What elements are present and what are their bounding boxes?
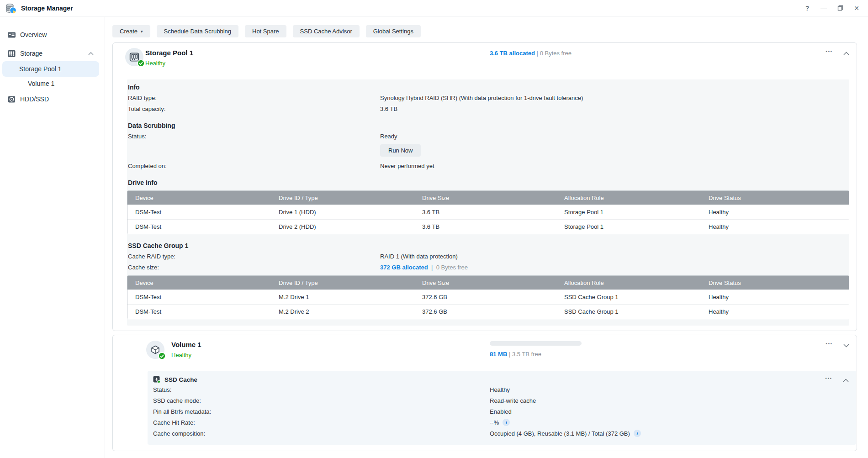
volume-free: 3.5 TB free — [512, 351, 541, 358]
help-icon[interactable]: ? — [802, 3, 812, 13]
volume-usage-summary: 81 MB | 3.5 TB free — [490, 351, 541, 358]
schedule-data-scrubbing-button[interactable]: Schedule Data Scrubbing — [157, 25, 238, 37]
main-content: Create ▾ Schedule Data Scrubbing Hot Spa… — [106, 17, 868, 458]
cache-size-row: Cache size: 372 GB allocated | 0 Bytes f… — [127, 262, 849, 273]
info-heading: Info — [127, 82, 849, 92]
chevron-up-icon[interactable] — [88, 52, 94, 55]
table-header-row: Device Drive ID / Type Drive Size Alloca… — [127, 191, 849, 205]
sidebar-item-label: Volume 1 — [28, 80, 54, 87]
window-titlebar: Storage Manager ? — ✕ — [0, 0, 868, 16]
volume-panel: Volume 1 Healthy 81 MB | 3.5 TB free ••• — [112, 335, 857, 451]
drive-status: Healthy — [709, 205, 849, 219]
sidebar-item-label: HDD/SSD — [20, 95, 49, 103]
scrubbing-status-row: Status: Ready — [127, 131, 849, 142]
sidebar-item-storage-pool-1[interactable]: Storage Pool 1 — [2, 61, 99, 77]
collapse-chevron-icon[interactable] — [843, 50, 849, 57]
overview-icon — [7, 31, 16, 39]
storage-pool-details: Info RAID type: Synology Hybrid RAID (SH… — [127, 79, 849, 326]
ssd-cache-advisor-button[interactable]: SSD Cache Advisor — [293, 25, 360, 37]
total-capacity-row: Total capacity: 3.6 TB — [127, 103, 849, 114]
healthy-check-badge — [158, 352, 166, 360]
storage-pool-header: Storage Pool 1 Healthy 3.6 TB allocated … — [113, 43, 857, 79]
table-row: DSM-Test M.2 Drive 2 372.6 GB SSD Cache … — [127, 304, 849, 319]
volume-header: Volume 1 Healthy 81 MB | 3.5 TB free ••• — [113, 335, 857, 371]
ssd-cache-subpanel: SSD Cache ••• Status: Healthy SSD cache … — [148, 371, 856, 445]
ssd-cache-drive-table: Device Drive ID / Type Drive Size Alloca… — [127, 275, 849, 319]
sidebar-item-label: Overview — [20, 31, 47, 38]
hot-spare-button[interactable]: Hot Spare — [245, 25, 286, 37]
volume-usage-bar — [490, 341, 582, 346]
storage-manager-app-icon — [5, 2, 17, 14]
drive-status: Healthy — [709, 219, 849, 234]
info-icon[interactable]: i — [634, 430, 641, 437]
data-scrubbing-heading: Data Scrubbing — [127, 121, 849, 131]
toolbar: Create ▾ Schedule Data Scrubbing Hot Spa… — [112, 25, 857, 37]
collapse-chevron-icon[interactable] — [843, 377, 849, 384]
volume-status: Healthy — [171, 352, 201, 358]
ssd-cache-group-heading: SSD Cache Group 1 — [127, 241, 849, 251]
table-row: DSM-Test Drive 2 (HDD) 3.6 TB Storage Po… — [127, 219, 849, 234]
healthy-check-badge — [137, 59, 145, 67]
sidebar-item-label: Storage Pool 1 — [19, 65, 62, 73]
completed-on-row: Completed on: Never performed yet — [127, 160, 849, 171]
restore-icon[interactable] — [835, 3, 845, 13]
drive-status: Healthy — [709, 290, 849, 304]
volume-icon — [146, 341, 164, 359]
drive-status: Healthy — [709, 304, 849, 319]
pin-metadata-row: Pin all Btrfs metadata: Enabled — [153, 406, 856, 417]
sidebar-item-overview[interactable]: Overview — [0, 27, 105, 42]
sidebar-item-hdd-ssd[interactable]: HDD/SSD — [0, 91, 105, 107]
storage-pool-icon — [125, 48, 143, 66]
window-title: Storage Manager — [21, 5, 73, 12]
cache-mode-row: SSD cache mode: Read-write cache — [153, 395, 856, 406]
drive-info-table: Device Drive ID / Type Drive Size Alloca… — [127, 190, 849, 234]
run-now-button[interactable]: Run Now — [380, 144, 421, 157]
global-settings-button[interactable]: Global Settings — [366, 25, 421, 37]
cache-composition-row: Cache composition: Occupied (4 GB), Reus… — [153, 428, 856, 439]
expand-chevron-icon[interactable] — [843, 342, 849, 349]
window-controls: ? — ✕ — [802, 3, 868, 13]
cache-allocated: 372 GB allocated — [380, 264, 428, 271]
hdd-icon — [7, 95, 16, 104]
table-header-row: Device Drive ID / Type Drive Size Alloca… — [127, 276, 849, 290]
sidebar: Overview Storage Storage Pool 1 Volume 1… — [0, 17, 105, 458]
volume-title: Volume 1 — [171, 341, 201, 348]
cache-hit-rate-row: Cache Hit Rate: --% i — [153, 417, 856, 428]
cache-raid-type-row: Cache RAID type: RAID 1 (With data prote… — [127, 251, 849, 262]
pool-free: 0 Bytes free — [540, 50, 572, 57]
pool-status: Healthy — [145, 60, 193, 67]
pool-allocated: 3.6 TB allocated — [490, 50, 535, 57]
ssd-cache-title: SSD Cache — [164, 376, 197, 383]
minimize-icon[interactable]: — — [819, 3, 829, 13]
sidebar-item-label: Storage — [20, 50, 42, 57]
storage-pool-panel: Storage Pool 1 Healthy 3.6 TB allocated … — [112, 42, 857, 331]
close-icon[interactable]: ✕ — [852, 3, 862, 13]
storage-icon — [7, 49, 16, 58]
info-icon[interactable]: i — [503, 419, 510, 426]
ssd-cache-icon — [153, 376, 160, 383]
table-row: DSM-Test Drive 1 (HDD) 3.6 TB Storage Po… — [127, 205, 849, 219]
more-options-icon[interactable]: ••• — [826, 376, 832, 381]
sidebar-item-storage[interactable]: Storage — [0, 46, 105, 61]
chevron-down-icon: ▾ — [141, 29, 143, 34]
raid-type-row: RAID type: Synology Hybrid RAID (SHR) (W… — [127, 92, 849, 103]
pool-capacity-summary: 3.6 TB allocated | 0 Bytes free — [490, 50, 572, 57]
sidebar-item-volume-1[interactable]: Volume 1 — [0, 77, 105, 90]
more-options-icon[interactable]: ••• — [826, 342, 833, 346]
cache-free: 0 Bytes free — [436, 264, 468, 271]
more-options-icon[interactable]: ••• — [826, 49, 833, 54]
volume-used: 81 MB — [490, 351, 507, 358]
cache-status-row: Status: Healthy — [153, 384, 856, 395]
table-row: DSM-Test M.2 Drive 1 372.6 GB SSD Cache … — [127, 290, 849, 304]
create-button[interactable]: Create ▾ — [112, 25, 150, 37]
drive-info-heading: Drive Info — [127, 178, 849, 188]
pool-title: Storage Pool 1 — [145, 49, 193, 57]
